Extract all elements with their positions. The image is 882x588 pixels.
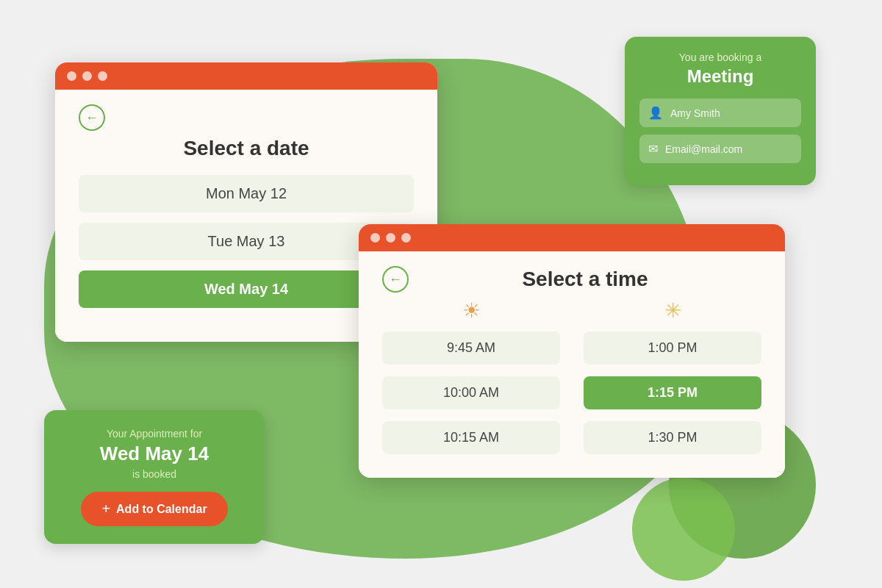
booking-info-card: You are booking a Meeting 👤 Amy Smith ✉ … bbox=[625, 37, 816, 185]
morning-icon: ☀ bbox=[382, 298, 560, 323]
date-back-button[interactable]: ← bbox=[79, 104, 105, 131]
add-calendar-label: Add to Calendar bbox=[116, 503, 207, 516]
time-window-title: Select a time bbox=[409, 268, 761, 291]
titlebar-dot-6 bbox=[401, 233, 411, 243]
time-slot-115pm[interactable]: 1:15 PM bbox=[584, 376, 761, 409]
time-slot-945am[interactable]: 9:45 AM bbox=[382, 331, 560, 365]
email-icon: ✉ bbox=[648, 142, 658, 156]
booking-name: Amy Smith bbox=[670, 107, 720, 119]
titlebar-dot-5 bbox=[386, 233, 395, 243]
confirm-subtitle: Your Appointment for bbox=[62, 428, 247, 440]
afternoon-icon: ✳ bbox=[584, 298, 761, 323]
booking-title: Meeting bbox=[639, 66, 801, 87]
time-slot-100pm[interactable]: 1:00 PM bbox=[584, 331, 761, 365]
time-grid: 9:45 AM 1:00 PM 10:00 AM 1:15 PM 10:15 A… bbox=[382, 331, 761, 454]
date-window-titlebar bbox=[55, 62, 437, 90]
time-window-body: ← Select a time ☀ ✳ 9:45 AM 1:00 PM 10:0… bbox=[359, 251, 785, 478]
time-back-button[interactable]: ← bbox=[382, 266, 409, 293]
titlebar-dot-4 bbox=[370, 233, 380, 243]
booking-email-field: ✉ Email@mail.com bbox=[639, 135, 801, 163]
add-to-calendar-button[interactable]: + Add to Calendar bbox=[81, 492, 227, 526]
confirm-date: Wed May 14 bbox=[62, 442, 247, 465]
titlebar-dot-3 bbox=[98, 71, 107, 81]
titlebar-dot-2 bbox=[82, 71, 92, 81]
date-option-mon[interactable]: Mon May 12 bbox=[79, 175, 414, 212]
person-icon: 👤 bbox=[648, 106, 663, 120]
time-slot-130pm[interactable]: 1:30 PM bbox=[584, 421, 761, 454]
date-window-title: Select a date bbox=[79, 137, 414, 160]
plus-icon: + bbox=[101, 501, 110, 517]
time-slot-1015am[interactable]: 10:15 AM bbox=[382, 421, 560, 454]
time-slot-1000am[interactable]: 10:00 AM bbox=[382, 376, 560, 409]
titlebar-dot-1 bbox=[67, 71, 76, 81]
booking-email: Email@mail.com bbox=[665, 143, 742, 155]
time-window-titlebar bbox=[359, 224, 785, 251]
confirm-booked-text: is booked bbox=[62, 468, 247, 480]
time-selector-window: ← Select a time ☀ ✳ 9:45 AM 1:00 PM 10:0… bbox=[359, 224, 785, 478]
booking-subtitle: You are booking a bbox=[639, 51, 801, 63]
background-blob-3 bbox=[632, 478, 735, 581]
time-column-headers: ☀ ✳ bbox=[382, 298, 761, 326]
booking-name-field: 👤 Amy Smith bbox=[639, 98, 801, 127]
confirm-card: Your Appointment for Wed May 14 is booke… bbox=[44, 410, 265, 544]
